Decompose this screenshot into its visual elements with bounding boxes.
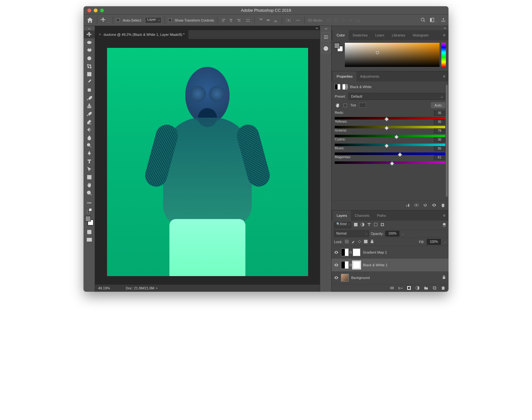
panels-collapse-icon[interactable]: ▸▸ <box>332 26 448 30</box>
healing-tool-icon[interactable] <box>84 86 95 94</box>
properties-tab[interactable]: Properties <box>333 71 356 81</box>
delete-layer-icon[interactable] <box>441 286 445 291</box>
add-mask-icon[interactable] <box>407 286 411 291</box>
filter-toggle[interactable] <box>443 223 446 227</box>
history-brush-tool-icon[interactable] <box>84 110 95 118</box>
chevron-down-icon[interactable]: ⌵ <box>402 232 404 235</box>
move-tool-icon[interactable] <box>84 30 95 38</box>
filter-pixel-icon[interactable] <box>354 223 358 227</box>
crop-tool-icon[interactable] <box>84 62 95 70</box>
histogram-tab[interactable]: Histogram <box>409 30 432 40</box>
path-select-tool-icon[interactable] <box>84 165 95 173</box>
edit-toolbar-icon[interactable] <box>84 199 95 207</box>
zoom-tool-icon[interactable] <box>84 189 95 197</box>
canvas[interactable] <box>95 39 320 285</box>
slider-value-input[interactable]: 36 <box>434 137 445 142</box>
more-align-icon[interactable] <box>245 17 251 23</box>
layers-tab[interactable]: Layers <box>333 210 351 221</box>
visibility-icon[interactable] <box>432 203 436 208</box>
auto-button[interactable]: Auto <box>431 102 445 108</box>
layer-mask-icon[interactable] <box>342 84 348 90</box>
frame-tool-icon[interactable] <box>84 70 95 78</box>
title-bar[interactable]: Adobe Photoshop CC 2019 <box>84 6 448 15</box>
paths-tab[interactable]: Paths <box>373 210 390 221</box>
history-panel-icon[interactable] <box>321 33 330 42</box>
close-window-button[interactable] <box>87 9 91 12</box>
filter-smart-icon[interactable] <box>380 223 384 227</box>
slider-track[interactable] <box>335 144 445 146</box>
auto-select-type-dropdown[interactable]: Layer <box>145 17 162 23</box>
overflow-icon[interactable] <box>295 17 301 23</box>
lock-all-icon[interactable] <box>370 240 374 244</box>
navigator-panel-icon[interactable] <box>321 44 330 53</box>
add-adjustment-icon[interactable] <box>415 286 420 291</box>
dock-collapse-icon[interactable]: ◂◂ <box>325 27 327 30</box>
brush-tool-icon[interactable] <box>84 94 95 102</box>
layer-filter-kind-dropdown[interactable]: 🔍Kind <box>334 222 351 228</box>
marquee-tool-icon[interactable] <box>84 38 95 46</box>
fill-input[interactable]: 100% <box>427 239 441 245</box>
lock-pixels-icon[interactable] <box>351 240 355 244</box>
slider-value-input[interactable]: 35 <box>434 111 445 116</box>
layer-name[interactable]: Gradient Map 1 <box>363 250 387 254</box>
slider-thumb[interactable] <box>390 161 394 166</box>
hand-tool-icon[interactable] <box>84 181 95 189</box>
slider-value-input[interactable]: 61 <box>434 155 445 160</box>
hue-slider[interactable] <box>441 43 446 67</box>
filter-adjust-icon[interactable] <box>360 223 364 227</box>
quickmask-icon[interactable] <box>84 228 95 236</box>
opacity-input[interactable]: 100% <box>385 231 399 236</box>
home-button[interactable] <box>86 16 94 24</box>
panel-menu-icon[interactable]: ≡ <box>443 74 445 79</box>
chevron-down-icon[interactable]: ⌵ <box>444 240 446 243</box>
panel-menu-icon[interactable]: ≡ <box>443 33 445 37</box>
fx-icon[interactable]: fx <box>398 287 401 290</box>
type-tool-icon[interactable] <box>84 157 95 165</box>
doc-collapse-icon[interactable]: ◂◂ <box>95 26 320 30</box>
new-layer-icon[interactable] <box>433 286 437 291</box>
color-tab[interactable]: Color <box>333 30 349 40</box>
show-transform-checkbox[interactable] <box>168 18 172 22</box>
visibility-icon[interactable] <box>334 275 339 280</box>
swatches-tab[interactable]: Swatches <box>349 30 371 40</box>
visibility-icon[interactable] <box>334 263 339 267</box>
libraries-tab[interactable]: Libraries <box>388 30 409 40</box>
dist-vcenter-icon[interactable] <box>265 17 271 23</box>
status-menu-icon[interactable] <box>156 286 159 290</box>
filter-type-icon[interactable] <box>367 223 371 227</box>
eraser-tool-icon[interactable] <box>84 118 95 126</box>
align-right-icon[interactable] <box>235 17 242 23</box>
channels-tab[interactable]: Channels <box>351 210 373 221</box>
share-icon[interactable] <box>441 17 446 23</box>
active-tool-icon[interactable]: ⌵ <box>100 17 110 23</box>
eyedropper-tool-icon[interactable] <box>84 78 95 86</box>
slider-track[interactable] <box>335 135 445 137</box>
learn-tab[interactable]: Learn <box>371 30 388 40</box>
layer-name[interactable]: Background <box>351 276 370 280</box>
doc-size[interactable]: Doc: 21.8M/21.8M <box>126 286 154 290</box>
workspace-switcher-icon[interactable]: ⌵ <box>429 17 437 23</box>
panel-menu-icon[interactable]: ≡ <box>443 213 445 218</box>
view-previous-icon[interactable] <box>414 203 419 208</box>
slider-track[interactable] <box>335 126 445 128</box>
lock-trans-icon[interactable] <box>345 240 349 244</box>
dist-top-icon[interactable] <box>258 17 264 23</box>
lock-artboard-icon[interactable] <box>364 240 368 244</box>
tint-checkbox[interactable] <box>344 104 347 107</box>
dodge-tool-icon[interactable] <box>84 141 95 149</box>
link-icon[interactable]: ⛓ <box>349 263 352 267</box>
auto-select-checkbox[interactable] <box>116 18 120 22</box>
adjustments-tab[interactable]: Adjustments <box>356 71 383 81</box>
delete-icon[interactable] <box>441 203 445 208</box>
fg-bg-swatch[interactable] <box>85 216 94 225</box>
align-center-h-icon[interactable] <box>228 17 234 23</box>
blur-tool-icon[interactable] <box>84 133 95 141</box>
dist-spacing-icon[interactable] <box>285 17 292 23</box>
layer-row[interactable]: Background <box>332 271 448 284</box>
toolbar-collapse-icon[interactable]: ▸▸ <box>84 27 95 30</box>
document-tab[interactable]: × duotone @ 49.2% (Black & White 1, Laye… <box>95 30 188 39</box>
close-tab-icon[interactable]: × <box>99 32 101 37</box>
blend-mode-dropdown[interactable]: Normal <box>334 230 369 237</box>
quick-select-tool-icon[interactable] <box>84 54 95 62</box>
screenmode-icon[interactable] <box>84 236 95 244</box>
